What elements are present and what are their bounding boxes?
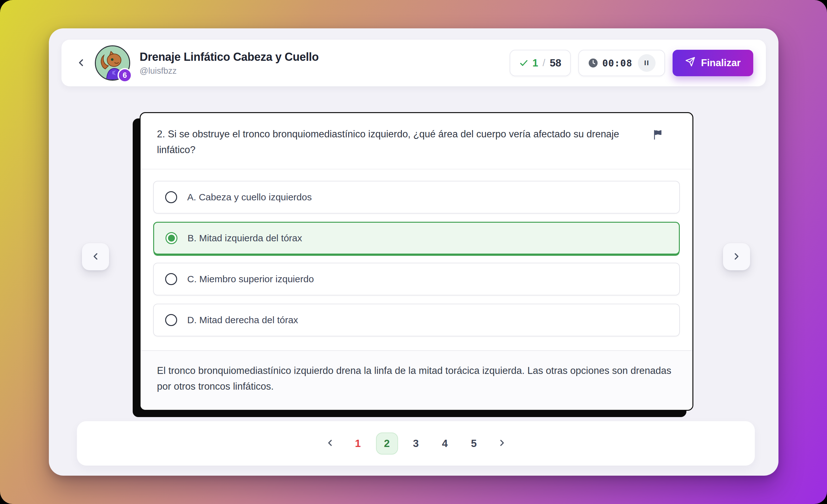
back-button[interactable] <box>72 54 90 72</box>
page-button-5[interactable]: 5 <box>463 433 485 455</box>
progress-badge: 1 / 58 <box>509 50 571 76</box>
question-text: 2. Si se obstruye el tronco bronquiomedi… <box>157 126 650 157</box>
next-question-button[interactable] <box>723 243 750 270</box>
progress-separator: / <box>542 57 546 69</box>
page-button-3[interactable]: 3 <box>405 433 427 455</box>
pager-prev-button[interactable] <box>320 434 340 454</box>
chevron-right-icon <box>731 251 742 263</box>
page-button-1[interactable]: 1 <box>347 433 369 455</box>
check-icon <box>519 58 529 68</box>
pager-next-button[interactable] <box>492 434 512 454</box>
chevron-right-icon <box>497 438 507 449</box>
timer-badge: 00:08 II <box>578 50 665 76</box>
options-list: A. Cabeza y cuello izquierdos B. Mitad i… <box>141 169 692 350</box>
option-d[interactable]: D. Mitad derecha del tórax <box>153 304 680 337</box>
question-card: 2. Si se obstruye el tronco bronquiomedi… <box>140 112 693 411</box>
app-background: 6 Drenaje Linfático Cabeza y Cuello @lui… <box>0 0 827 504</box>
pagination-bar: 1 2 3 4 5 <box>77 421 755 465</box>
explanation-text: El tronco bronquiomediastínico izquierdo… <box>157 363 676 394</box>
page-title: Drenaje Linfático Cabeza y Cuello <box>140 50 319 64</box>
pause-button[interactable]: II <box>638 54 655 72</box>
timer-value: 00:08 <box>602 58 632 69</box>
finish-button[interactable]: Finalizar <box>673 50 753 76</box>
pause-icon: II <box>644 59 649 67</box>
option-d-label: D. Mitad derecha del tórax <box>187 315 298 325</box>
page-button-2[interactable]: 2 <box>376 433 398 455</box>
avatar-level-badge: 6 <box>117 68 132 83</box>
progress-current: 1 <box>532 57 538 69</box>
previous-question-button[interactable] <box>82 243 109 270</box>
chevron-left-icon <box>325 438 335 449</box>
chevron-left-icon <box>75 57 87 69</box>
radio-selected-icon <box>165 232 178 244</box>
option-b[interactable]: B. Mitad izquierda del tórax <box>153 222 680 255</box>
question-header: 2. Si se obstruye el tronco bronquiomedi… <box>141 113 692 169</box>
option-c-label: C. Miembro superior izquierdo <box>187 274 314 285</box>
explanation-panel: El tronco bronquiomediastínico izquierdo… <box>141 350 692 409</box>
header-bar: 6 Drenaje Linfático Cabeza y Cuello @lui… <box>61 40 766 86</box>
avatar[interactable]: 6 <box>95 45 130 81</box>
option-a-label: A. Cabeza y cuello izquierdos <box>187 192 312 203</box>
progress-total: 58 <box>550 57 561 69</box>
radio-icon <box>165 314 177 326</box>
author-username: @luisfbzz <box>140 66 319 76</box>
chevron-left-icon <box>90 251 101 263</box>
header-actions: 1 / 58 00:08 II Fi <box>509 50 753 76</box>
clock-icon <box>588 58 598 68</box>
radio-icon <box>165 273 177 285</box>
flag-icon <box>651 129 664 142</box>
finish-button-label: Finalizar <box>701 57 741 69</box>
page-button-4[interactable]: 4 <box>434 433 456 455</box>
title-block: Drenaje Linfático Cabeza y Cuello @luisf… <box>140 50 319 76</box>
app-window: 6 Drenaje Linfático Cabeza y Cuello @lui… <box>49 28 778 476</box>
option-b-label: B. Mitad izquierda del tórax <box>188 233 302 244</box>
option-c[interactable]: C. Miembro superior izquierdo <box>153 263 680 296</box>
radio-icon <box>165 191 177 203</box>
option-a[interactable]: A. Cabeza y cuello izquierdos <box>153 181 680 213</box>
send-icon <box>685 57 695 69</box>
flag-question-button[interactable] <box>650 128 665 143</box>
